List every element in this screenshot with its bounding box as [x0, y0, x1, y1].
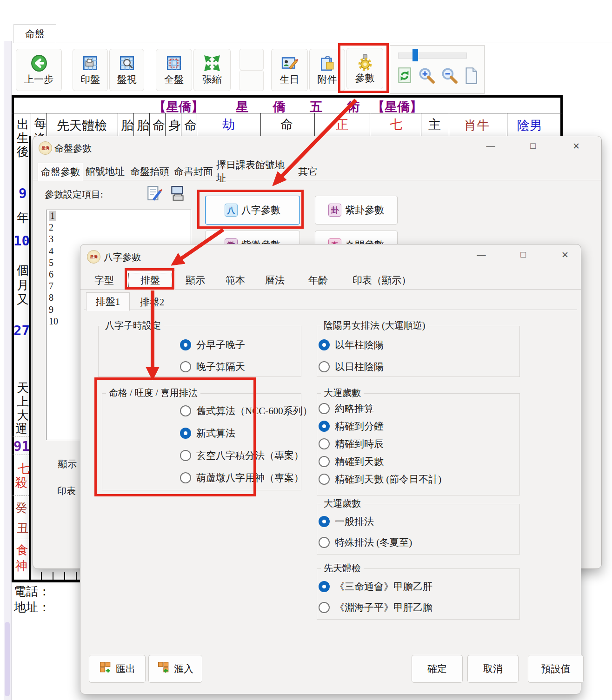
subtab-paipan1[interactable]: 排盤1	[86, 292, 130, 311]
radio-option[interactable]: 《淵海子平》甲肝乙膽	[319, 601, 432, 614]
dialog1-minimize-button[interactable]: —	[480, 139, 501, 153]
view-chart-label: 盤視	[117, 73, 137, 86]
zigua-params-button[interactable]: 卦 紫卦參數	[315, 196, 398, 225]
list-item[interactable]: 1	[47, 210, 191, 222]
new-document-icon[interactable]	[462, 66, 480, 87]
radio-icon	[319, 403, 330, 414]
radio-option[interactable]: 精確到天數	[319, 455, 384, 468]
chart-cell-tai1: 胎	[121, 117, 133, 134]
radio-option[interactable]: 以年柱陰陽	[319, 338, 384, 351]
attachment-icon	[319, 54, 336, 72]
chart-left-num: 27	[13, 323, 30, 338]
chart-left-char: 運	[15, 421, 27, 437]
zoom-out-icon[interactable]	[439, 66, 459, 87]
full-chart-label: 全盤	[164, 73, 184, 86]
dialog2-tab-print[interactable]: 印表（顯示）	[342, 271, 422, 289]
birthday-icon	[281, 54, 299, 72]
dialog1-maximize-button[interactable]: □	[523, 139, 543, 153]
dialog2-maximize-button[interactable]: □	[513, 248, 533, 262]
dialog2-tab-display[interactable]: 顯示	[176, 271, 214, 289]
group-dayun1-legend: 大運歲數	[321, 387, 364, 399]
dialog1-tab-other[interactable]: 其它	[294, 163, 321, 180]
chart-left-char: 又	[17, 291, 29, 308]
dialog1-tab-mingpan-params[interactable]: 命盤參數	[38, 163, 83, 181]
radio-icon	[319, 361, 330, 372]
dialog2-tab-age[interactable]: 年齡	[299, 271, 337, 289]
full-chart-button[interactable]: 全盤	[156, 49, 192, 91]
radio-icon	[319, 438, 330, 449]
zoom-slider-track[interactable]	[398, 53, 467, 59]
chart-left-char: 癸	[15, 500, 27, 516]
chart-header-divider	[12, 113, 562, 113]
radio-option[interactable]: 分早子晚子	[180, 338, 245, 351]
chart-cell-mei: 每	[34, 115, 47, 132]
radio-option[interactable]: 精確到時辰	[319, 437, 384, 450]
group-dayun2-legend: 大運歲數	[321, 497, 364, 510]
import-icon	[157, 661, 170, 677]
dialog1-tab-guanhao[interactable]: 館號地址	[83, 163, 127, 180]
radio-option[interactable]: 特殊排法 (冬夏至)	[319, 536, 412, 549]
defaults-button[interactable]: 預設值	[528, 655, 584, 683]
dialog2-tab-template[interactable]: 範本	[216, 271, 254, 289]
chart-left-char: 神	[15, 558, 27, 574]
refresh-icon[interactable]	[396, 66, 413, 87]
display-partial-label: 顯示	[58, 458, 77, 470]
chart-border-right	[560, 95, 563, 137]
dialog1-close-button[interactable]: ✕	[566, 139, 586, 153]
back-label: 上一步	[24, 73, 53, 86]
list-item[interactable]: 3	[47, 233, 191, 245]
radio-icon	[319, 537, 330, 548]
radio-option[interactable]: 晚子算隔天	[180, 360, 245, 373]
dialog2-tab-font[interactable]: 字型	[85, 271, 123, 289]
chart-inner-border	[29, 136, 31, 580]
print-chart-button[interactable]: 印盤	[73, 49, 108, 91]
chart-cell-jie: 劫	[222, 116, 235, 133]
toolbar-empty-slot-1	[239, 49, 264, 70]
chart-cell-yinnan: 陰男	[517, 117, 542, 134]
radio-option[interactable]: 以日柱陰陽	[319, 360, 384, 373]
resize-chart-button[interactable]: 張縮	[193, 49, 231, 91]
chart-left-num: 9	[19, 185, 27, 201]
radio-option[interactable]: 《三命通會》甲膽乙肝	[319, 580, 432, 593]
zoom-in-icon[interactable]	[417, 66, 436, 87]
radio-option[interactable]: 精確到分鐘	[319, 420, 384, 433]
radio-option[interactable]: 精確到天數 (節令日不計)	[319, 473, 441, 486]
view-chart-button[interactable]: 盤視	[109, 49, 144, 91]
radio-selected-icon	[319, 339, 330, 350]
tabbar-divider	[12, 42, 612, 42]
left-scrollbar-thumb[interactable]	[5, 622, 10, 696]
toolbar-empty-slot-2	[239, 70, 264, 91]
radio-selected-icon	[180, 339, 191, 350]
chart-left-num: 10	[13, 233, 30, 249]
chart-left-char: 後	[17, 144, 29, 160]
radio-option[interactable]: 約略推算	[319, 402, 374, 415]
subtab-paipan2[interactable]: 排盤2	[131, 294, 173, 310]
resize-arrows-icon	[203, 54, 221, 72]
dialog2-tab-calendar[interactable]: 曆法	[256, 271, 294, 289]
dialog2-close-button[interactable]: ✕	[555, 248, 575, 262]
group-zishi-legend: 八字子時設定	[102, 319, 164, 332]
tab-mingpan[interactable]: 命盤	[13, 24, 56, 43]
list-item[interactable]: 2	[47, 222, 191, 233]
group-yinyang-legend: 陰陽男女排法 (大運順逆)	[321, 319, 428, 332]
radio-option[interactable]: 一般排法	[319, 515, 374, 528]
chart-cell-qi: 七	[390, 116, 402, 133]
computer-icon[interactable]	[169, 185, 186, 204]
dialog1-tab-taitou[interactable]: 命盤抬頭	[128, 163, 172, 180]
dialog2-minimize-button[interactable]: —	[471, 248, 492, 262]
back-button[interactable]: 上一步	[16, 49, 62, 91]
zoom-slider-thumb[interactable]	[412, 49, 418, 61]
ok-button[interactable]: 確定	[412, 655, 463, 683]
cancel-button[interactable]: 取消	[467, 655, 519, 683]
dialog1-tab-zeri[interactable]: 擇日課表館號地址	[216, 163, 293, 180]
birthday-button[interactable]: 生日	[271, 49, 308, 91]
dialog1-tab-fengmian[interactable]: 命書封面	[172, 163, 215, 180]
chart-left-num: 91	[13, 438, 30, 454]
left-scrollbar-track[interactable]	[4, 41, 12, 700]
dialog2-title: 八字參數	[104, 251, 141, 264]
radio-icon	[319, 456, 330, 467]
edit-icon[interactable]	[146, 185, 163, 204]
highlight-box-paipan-tab	[125, 268, 174, 290]
export-button[interactable]: 匯出	[89, 655, 146, 683]
import-button[interactable]: 滙入	[148, 655, 202, 683]
